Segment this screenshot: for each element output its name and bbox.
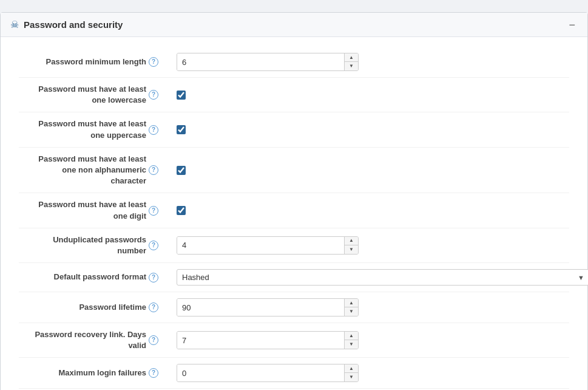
row-password-nonalphanumeric: Password must have at leastone non alpha… (19, 148, 569, 194)
help-icon-default-password-format[interactable]: ? (149, 273, 158, 282)
panel-body: Password minimum length ? ▲ ▼ Password m… (1, 37, 587, 390)
label-password-recovery-days: Password recovery link. Daysvalid ? (19, 329, 164, 351)
control-password-recovery-days: ▲ ▼ (177, 331, 569, 349)
label-password-digit: Password must have at leastone digit ? (19, 199, 164, 221)
spinner-maximum-login-failures: ▲ ▼ (177, 364, 359, 382)
checkbox-password-lowercase[interactable] (177, 91, 186, 100)
row-unduplicated-passwords: Unduplicated passwordsnumber ? ▲ ▼ (19, 228, 569, 263)
spinner-up-password-min-length[interactable]: ▲ (345, 53, 358, 62)
label-default-password-format: Default password format ? (19, 272, 164, 282)
row-password-lifetime: Password lifetime ? ▲ ▼ (19, 292, 569, 323)
spinner-buttons-password-min-length: ▲ ▼ (344, 53, 358, 70)
help-icon-maximum-login-failures[interactable]: ? (149, 368, 158, 378)
select-default-password-format[interactable]: Hashed Plain text Encrypted (177, 269, 588, 286)
spinner-down-unduplicated-passwords[interactable]: ▼ (345, 245, 358, 254)
help-icon-password-lifetime[interactable]: ? (149, 303, 158, 312)
password-security-panel: ☠ Password and security − Password minim… (0, 12, 588, 390)
spinner-password-recovery-days: ▲ ▼ (177, 331, 359, 349)
help-icon-password-uppercase[interactable]: ? (149, 125, 158, 135)
label-password-lowercase: Password must have at leastone lowercase… (19, 84, 164, 106)
control-password-digit (177, 206, 569, 215)
control-maximum-login-failures: ▲ ▼ (177, 364, 569, 382)
label-maximum-login-failures: Maximum login failures ? (19, 368, 164, 378)
input-maximum-login-failures[interactable] (177, 364, 344, 381)
select-wrap-default-password-format: Hashed Plain text Encrypted ▼ (177, 269, 588, 286)
spinner-password-min-length: ▲ ▼ (177, 53, 359, 71)
spinner-up-unduplicated-passwords[interactable]: ▲ (345, 237, 358, 245)
shield-icon: ☠ (10, 19, 19, 30)
help-icon-password-min-length[interactable]: ? (149, 57, 158, 67)
row-password-min-length: Password minimum length ? ▲ ▼ (19, 47, 569, 78)
label-password-lifetime: Password lifetime ? (19, 302, 164, 313)
checkbox-password-uppercase[interactable] (177, 125, 186, 134)
spinner-down-password-lifetime[interactable]: ▼ (345, 307, 358, 316)
spinner-buttons-password-lifetime: ▲ ▼ (344, 299, 358, 316)
help-icon-password-nonalphanumeric[interactable]: ? (149, 165, 158, 175)
control-password-nonalphanumeric (177, 166, 569, 175)
row-password-recovery-days: Password recovery link. Daysvalid ? ▲ ▼ (19, 323, 569, 358)
label-password-uppercase: Password must have at leastone uppercase… (19, 118, 164, 140)
spinner-unduplicated-passwords: ▲ ▼ (177, 236, 359, 255)
row-maximum-login-failures: Maximum login failures ? ▲ ▼ (19, 358, 569, 389)
spinner-down-password-min-length[interactable]: ▼ (345, 62, 358, 70)
panel-title: Password and security (24, 19, 123, 30)
row-password-uppercase: Password must have at leastone uppercase… (19, 112, 569, 147)
input-password-recovery-days[interactable] (177, 332, 344, 349)
label-unduplicated-passwords: Unduplicated passwordsnumber ? (19, 234, 164, 256)
spinner-up-maximum-login-failures[interactable]: ▲ (345, 364, 358, 373)
control-password-uppercase (177, 125, 569, 134)
spinner-password-lifetime: ▲ ▼ (177, 298, 359, 316)
help-icon-password-recovery-days[interactable]: ? (149, 335, 158, 345)
spinner-buttons-unduplicated-passwords: ▲ ▼ (344, 237, 358, 254)
help-icon-password-lowercase[interactable]: ? (149, 90, 158, 100)
input-password-lifetime[interactable] (177, 299, 344, 316)
minimize-button[interactable]: − (566, 19, 578, 30)
panel-title-group: ☠ Password and security (10, 19, 123, 30)
row-default-password-format: Default password format ? Hashed Plain t… (19, 263, 569, 292)
control-password-lifetime: ▲ ▼ (177, 298, 569, 316)
spinner-down-password-recovery-days[interactable]: ▼ (345, 340, 358, 349)
help-icon-unduplicated-passwords[interactable]: ? (149, 241, 158, 250)
label-password-nonalphanumeric: Password must have at leastone non alpha… (19, 154, 164, 187)
checkbox-password-nonalphanumeric[interactable] (177, 166, 186, 175)
spinner-buttons-password-recovery-days: ▲ ▼ (344, 332, 358, 349)
control-unduplicated-passwords: ▲ ▼ (177, 236, 569, 255)
control-password-min-length: ▲ ▼ (177, 53, 569, 71)
spinner-up-password-lifetime[interactable]: ▲ (345, 299, 358, 307)
spinner-down-maximum-login-failures[interactable]: ▼ (345, 373, 358, 381)
input-password-min-length[interactable] (177, 53, 344, 70)
control-password-lowercase (177, 91, 569, 100)
help-icon-password-digit[interactable]: ? (149, 206, 158, 216)
row-password-digit: Password must have at leastone digit ? (19, 193, 569, 228)
input-unduplicated-passwords[interactable] (177, 237, 344, 254)
control-default-password-format: Hashed Plain text Encrypted ▼ (177, 269, 588, 286)
checkbox-password-digit[interactable] (177, 206, 186, 215)
spinner-buttons-maximum-login-failures: ▲ ▼ (344, 364, 358, 381)
row-password-lowercase: Password must have at leastone lowercase… (19, 78, 569, 112)
spinner-up-password-recovery-days[interactable]: ▲ (345, 332, 358, 340)
label-password-min-length: Password minimum length ? (19, 56, 164, 67)
panel-header: ☠ Password and security − (1, 13, 587, 37)
